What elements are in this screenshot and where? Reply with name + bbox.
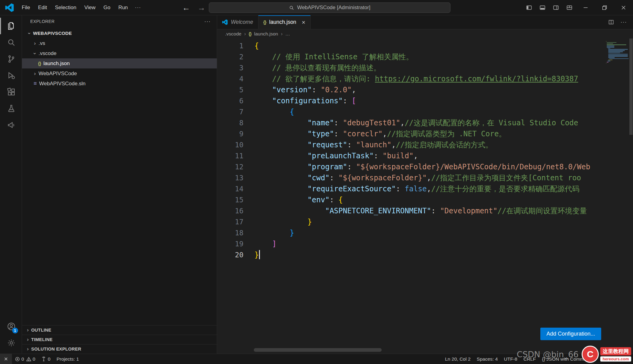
problems-indicator[interactable]: 0 0 (12, 354, 38, 364)
toggle-panel-icon[interactable] (536, 0, 549, 15)
tab-launch-json[interactable]: {} launch.json × (258, 15, 311, 29)
line-number[interactable]: 14 (217, 183, 243, 194)
code-line[interactable]: 19 ] (217, 238, 633, 249)
code-line[interactable]: 17 } (217, 216, 633, 227)
code-line[interactable]: 6 "configurations": [ (217, 95, 633, 106)
line-text[interactable]: } (254, 227, 294, 238)
breadcrumb-folder[interactable]: .vscode (225, 31, 241, 37)
code-line[interactable]: 3 // 悬停以查看现有属性的描述。 (217, 62, 633, 73)
line-number[interactable]: 9 (217, 128, 243, 139)
code-line[interactable]: 1{ (217, 40, 633, 51)
settings-gear-icon[interactable] (0, 335, 22, 351)
close-tab-icon[interactable]: × (302, 19, 305, 25)
code-lines[interactable]: 1{2 // 使用 IntelliSense 了解相关属性。3 // 悬停以查看… (217, 40, 633, 354)
line-text[interactable]: // 使用 IntelliSense 了解相关属性。 (254, 51, 413, 62)
menu-view[interactable]: View (80, 2, 100, 13)
code-line[interactable]: 2 // 使用 IntelliSense 了解相关属性。 (217, 51, 633, 62)
line-text[interactable]: // 欲了解更多信息，请访问: https://go.microsoft.com… (254, 73, 578, 84)
line-number[interactable]: 20 (217, 249, 243, 260)
code-line[interactable]: 9 "type": "coreclr",//指定调试器类型为 .NET Core… (217, 128, 633, 139)
line-text[interactable]: ] (254, 238, 276, 249)
code-line[interactable]: 18 } (217, 227, 633, 238)
vertical-scrollbar[interactable] (629, 39, 633, 354)
tree-item-vscode-folder[interactable]: › .vscode (22, 48, 217, 58)
tree-item-sln-file[interactable]: ≡ WebAPIVSCode.sln (22, 79, 217, 89)
line-text[interactable]: } (254, 249, 260, 260)
line-number[interactable]: 1 (217, 40, 243, 51)
line-text[interactable]: "env": { (254, 194, 343, 205)
search-view-icon[interactable] (0, 34, 22, 51)
code-line[interactable]: 14 "requireExactSource": false,//注意十分的重要… (217, 183, 633, 194)
forward-icon[interactable]: → (198, 4, 205, 12)
line-text[interactable]: "request": "launch",//指定启动调试会话的方式。 (254, 139, 493, 150)
line-text[interactable]: "preLaunchTask": "build", (254, 150, 418, 161)
explorer-more-actions-icon[interactable]: ··· (204, 18, 211, 25)
line-number[interactable]: 3 (217, 62, 243, 73)
code-line[interactable]: 4 // 欲了解更多信息，请访问: https://go.microsoft.c… (217, 73, 633, 84)
close-window-button[interactable] (614, 0, 633, 15)
toggle-sidebar-icon[interactable] (522, 0, 536, 15)
line-text[interactable]: "ASPNETCORE_ENVIRONMENT": "Development"/… (254, 205, 587, 216)
code-line[interactable]: 11 "preLaunchTask": "build", (217, 150, 633, 161)
line-number[interactable]: 13 (217, 172, 243, 183)
code-line[interactable]: 8 "name": "debugTest01",//这是调试配置的名称，在 Vi… (217, 117, 633, 128)
line-number[interactable]: 8 (217, 117, 243, 128)
code-line[interactable]: 15 "env": { (217, 194, 633, 205)
line-number[interactable]: 16 (217, 205, 243, 216)
line-text[interactable]: "requireExactSource": false,//注意十分的重要，是否… (254, 183, 579, 194)
line-number[interactable]: 7 (217, 106, 243, 117)
remote-indicator[interactable] (0, 354, 12, 364)
scrollbar-thumb[interactable] (629, 39, 633, 135)
customize-layout-icon[interactable] (563, 0, 576, 15)
line-text[interactable]: "name": "debugTest01",//这是调试配置的名称，在 Visu… (254, 117, 578, 128)
cursor-position[interactable]: Ln 20, Col 2 (442, 354, 474, 364)
tree-item-webapivscode-folder[interactable]: › WebAPIVSCode (22, 68, 217, 79)
code-line[interactable]: 7 { (217, 106, 633, 117)
testing-icon[interactable] (0, 100, 22, 117)
line-text[interactable]: } (254, 216, 312, 227)
line-text[interactable]: "type": "coreclr",//指定调试器类型为 .NET Core。 (254, 128, 506, 139)
add-configuration-button[interactable]: Add Configuration... (540, 328, 601, 340)
code-line[interactable]: 12 "program": "${workspaceFolder}/WebAPI… (217, 161, 633, 172)
menu-run[interactable]: Run (114, 2, 132, 13)
minimap[interactable] (604, 39, 628, 354)
menu-edit[interactable]: Edit (34, 2, 51, 13)
line-number[interactable]: 2 (217, 51, 243, 62)
source-control-icon[interactable] (0, 51, 22, 67)
section-solution-explorer[interactable]: › SOLUTION EXPLORER (22, 344, 217, 354)
back-icon[interactable]: ← (182, 4, 190, 12)
breadcrumb-file[interactable]: launch.json (254, 31, 278, 37)
line-number[interactable]: 5 (217, 84, 243, 95)
line-text[interactable]: { (254, 40, 259, 51)
line-text[interactable]: "configurations": [ (254, 95, 356, 106)
line-number[interactable]: 19 (217, 238, 243, 249)
section-timeline[interactable]: › TIMELINE (22, 335, 217, 344)
code-line[interactable]: 10 "request": "launch",//指定启动调试会话的方式。 (217, 139, 633, 150)
more-actions-icon[interactable]: ··· (620, 19, 627, 25)
line-number[interactable]: 6 (217, 95, 243, 106)
menu-more-button[interactable]: ··· (132, 5, 144, 11)
line-text[interactable]: "cwd": "${workspaceFolder}",//指定工作目录为项目文… (254, 172, 581, 183)
line-text[interactable]: "program": "${workspaceFolder}/WebAPIVSC… (254, 161, 590, 172)
command-center-search[interactable]: WebAPIVSCode [Administrator] (209, 2, 450, 13)
tab-welcome[interactable]: Welcome (217, 15, 258, 29)
line-number[interactable]: 12 (217, 161, 243, 172)
line-text[interactable]: "version": "0.2.0", (254, 84, 356, 95)
line-number[interactable]: 11 (217, 150, 243, 161)
projects-indicator[interactable]: Projects: 1 (54, 354, 82, 364)
menu-go[interactable]: Go (99, 2, 114, 13)
extensions-icon[interactable] (0, 84, 22, 100)
ports-indicator[interactable]: 0 (38, 354, 54, 364)
line-number[interactable]: 4 (217, 73, 243, 84)
horizontal-scrollbar[interactable] (254, 348, 382, 352)
code-line[interactable]: 5 "version": "0.2.0", (217, 84, 633, 95)
run-debug-icon[interactable] (0, 67, 22, 84)
code-line[interactable]: 13 "cwd": "${workspaceFolder}",//指定工作目录为… (217, 172, 633, 183)
line-number[interactable]: 18 (217, 227, 243, 238)
code-line[interactable]: 16 "ASPNETCORE_ENVIRONMENT": "Developmen… (217, 205, 633, 216)
split-editor-icon[interactable] (608, 19, 614, 25)
indentation-setting[interactable]: Spaces: 4 (474, 354, 501, 364)
tree-root-workspace[interactable]: › WEBAPIVSCODE (22, 28, 217, 38)
line-number[interactable]: 10 (217, 139, 243, 150)
megaphone-icon[interactable] (0, 117, 22, 133)
